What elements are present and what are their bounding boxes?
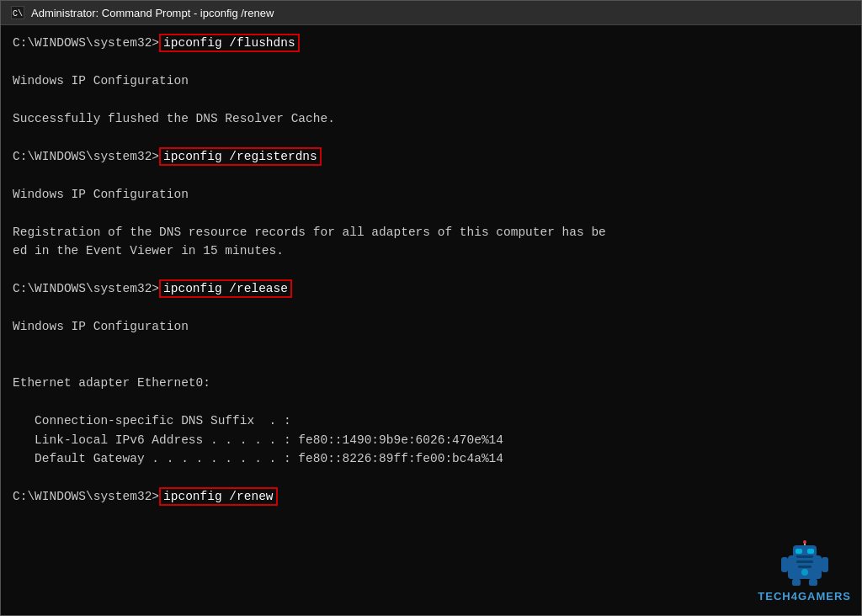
output-win-ip-2: Windows IP Configuration bbox=[13, 185, 849, 204]
svg-rect-10 bbox=[809, 579, 817, 586]
cmd-registerdns: ipconfig /registerdns bbox=[159, 147, 322, 166]
window-title: Administrator: Command Prompt - ipconfig… bbox=[31, 7, 274, 19]
watermark: TECH4GAMERS bbox=[758, 540, 851, 605]
empty-line bbox=[13, 128, 849, 146]
output-ethernet-adapter: Ethernet adapter Ethernet0: bbox=[13, 374, 849, 392]
line-release: C:\WINDOWS\system32>ipconfig /release bbox=[13, 279, 849, 298]
empty-line bbox=[13, 355, 849, 374]
svg-text:C\: C\ bbox=[13, 9, 23, 19]
cmd-flushdns: ipconfig /flushdns bbox=[159, 34, 300, 52]
output-ipv6: Link-local IPv6 Address . . . . . : fe80… bbox=[13, 431, 849, 449]
svg-rect-9 bbox=[792, 579, 801, 586]
svg-point-15 bbox=[801, 569, 808, 576]
terminal-body[interactable]: C:\WINDOWS\system32>ipconfig /flushdns W… bbox=[1, 25, 861, 615]
output-win-ip-1: Windows IP Configuration bbox=[13, 72, 849, 90]
prompt-2: C:\WINDOWS\system32> bbox=[13, 150, 159, 163]
cmd-release: ipconfig /release bbox=[159, 279, 292, 298]
watermark-text-part1: TECH4 bbox=[758, 590, 798, 603]
prompt-4: C:\WINDOWS\system32> bbox=[13, 490, 159, 503]
empty-line bbox=[13, 52, 849, 71]
empty-line bbox=[13, 90, 849, 109]
line-1: C:\WINDOWS\system32>ipconfig /flushdns bbox=[13, 34, 849, 52]
empty-line bbox=[13, 261, 849, 279]
cmd-icon: C\ bbox=[11, 6, 24, 19]
output-flush-success: Successfully flushed the DNS Resolver Ca… bbox=[13, 109, 849, 128]
empty-line bbox=[13, 337, 849, 355]
output-gateway: Default Gateway . . . . . . . . . : fe80… bbox=[13, 449, 849, 468]
tech4gamers-logo-icon bbox=[780, 540, 830, 587]
empty-line bbox=[13, 299, 849, 317]
empty-line bbox=[13, 393, 849, 412]
output-registration-2: ed in the Event Viewer in 15 minutes. bbox=[13, 242, 849, 260]
svg-rect-12 bbox=[822, 557, 828, 572]
line-renew: C:\WINDOWS\system32>ipconfig /renew bbox=[13, 487, 849, 506]
svg-rect-6 bbox=[795, 549, 802, 554]
output-registration-1: Registration of the DNS resource records… bbox=[13, 223, 849, 242]
empty-line bbox=[13, 166, 849, 184]
prompt-3: C:\WINDOWS\system32> bbox=[13, 282, 159, 295]
svg-rect-8 bbox=[796, 555, 813, 558]
command-prompt-window: C\ Administrator: Command Prompt - ipcon… bbox=[0, 0, 862, 616]
title-bar: C\ Administrator: Command Prompt - ipcon… bbox=[1, 1, 861, 25]
line-registerdns: C:\WINDOWS\system32>ipconfig /registerdn… bbox=[13, 147, 849, 166]
svg-rect-13 bbox=[796, 560, 813, 563]
empty-line bbox=[13, 204, 849, 222]
output-win-ip-3: Windows IP Configuration bbox=[13, 317, 849, 336]
svg-rect-14 bbox=[798, 566, 811, 568]
prompt-1: C:\WINDOWS\system32> bbox=[13, 36, 159, 50]
svg-rect-11 bbox=[781, 557, 788, 572]
watermark-text-part2: GAMERS bbox=[798, 590, 851, 603]
watermark-text: TECH4GAMERS bbox=[758, 588, 851, 605]
cmd-renew: ipconfig /renew bbox=[159, 487, 278, 506]
empty-line bbox=[13, 469, 849, 487]
svg-rect-7 bbox=[807, 549, 814, 554]
svg-point-5 bbox=[803, 540, 806, 544]
output-dns-suffix: Connection-specific DNS Suffix . : bbox=[13, 412, 849, 430]
